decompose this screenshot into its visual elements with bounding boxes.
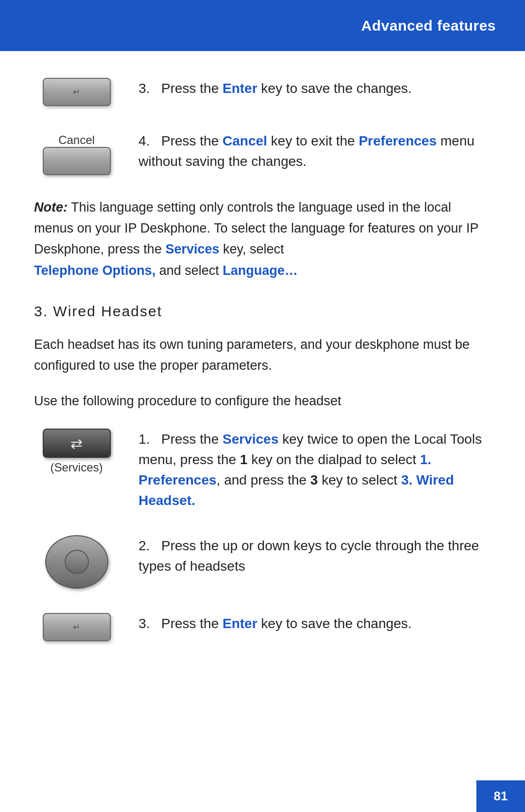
note-text3: and select	[156, 263, 223, 278]
step-row-services: ⇄ (Services) 1. Press the Services key t…	[34, 426, 491, 511]
note-language-link: Language…	[223, 263, 298, 278]
note-telephone-link: Telephone Options,	[34, 263, 156, 278]
page-content: ↵ 3. Press the Enter key to save the cha…	[0, 51, 525, 702]
body-paragraph-2: Use the following procedure to configure…	[34, 391, 491, 412]
step3-top-suffix: key to save the changes.	[257, 81, 412, 96]
step3-bottom-prefix: Press the	[161, 616, 223, 631]
step-row-enter-bottom: ↵ 3. Press the Enter key to save the cha…	[34, 611, 491, 641]
enter-key-icon-top: ↵	[73, 87, 80, 97]
step3-top-number: 3.	[139, 81, 150, 96]
step4-preferences: Preferences	[359, 133, 437, 148]
page-number: 81	[494, 789, 508, 804]
page-footer: 81	[476, 780, 525, 812]
cancel-key-button	[43, 147, 111, 175]
step3-top-text: 3. Press the Enter key to save the chang…	[139, 75, 491, 99]
services-key-button: ⇄	[43, 429, 111, 458]
services-key-icon: ⇄	[70, 435, 83, 452]
page-title: Advanced features	[361, 18, 496, 34]
step3-top-key: Enter	[223, 81, 258, 96]
step4-top-text: 4. Press the Cancel key to exit the Pref…	[139, 128, 491, 172]
header-bar: Advanced features	[0, 0, 525, 51]
note-text2: key, select	[219, 242, 284, 256]
step4-top-number: 4.	[139, 133, 150, 148]
step4-cancel-key: Cancel	[223, 133, 267, 148]
enter-key-icon-bottom: ↵	[73, 622, 80, 632]
step3-bottom-number: 3.	[139, 616, 150, 631]
nav-key-center	[65, 550, 89, 574]
step4-mid: key to exit the	[267, 133, 359, 148]
step2-text: 2. Press the up or down keys to cycle th…	[139, 533, 491, 577]
services-caption: (Services)	[50, 461, 103, 474]
step3-top-prefix: Press the	[161, 81, 223, 96]
enter-key-image-top: ↵	[34, 78, 119, 106]
step1-mid3: , and press the 3 key to select	[216, 472, 401, 487]
step1-number: 1.	[139, 432, 150, 447]
step3-bottom-text: 3. Press the Enter key to save the chang…	[139, 611, 491, 634]
nav-key-button	[45, 535, 108, 589]
note-block: Note: This language setting only control…	[34, 197, 491, 281]
step4-prefix: Press the	[161, 133, 223, 148]
enter-key-image-bottom: ↵	[34, 613, 119, 641]
step3-bottom-key: Enter	[223, 616, 258, 631]
enter-key-button-bottom: ↵	[43, 613, 111, 641]
section-heading: 3. Wired Headset	[34, 303, 491, 320]
step-row-cancel: Cancel 4. Press the Cancel key to exit t…	[34, 128, 491, 175]
step3-bottom-suffix: key to save the changes.	[257, 616, 412, 631]
step1-services-link: Services	[223, 432, 279, 447]
step-row-nav: 2. Press the up or down keys to cycle th…	[34, 533, 491, 589]
step2-number: 2.	[139, 538, 150, 553]
step-row-enter-top: ↵ 3. Press the Enter key to save the cha…	[34, 75, 491, 106]
step2-content: Press the up or down keys to cycle throu…	[139, 538, 479, 574]
enter-key-button-top: ↵	[43, 78, 111, 106]
cancel-caption: Cancel	[58, 133, 95, 147]
step1-prefix: Press the	[161, 432, 223, 447]
cancel-key-image: Cancel	[34, 130, 119, 175]
step1-text: 1. Press the Services key twice to open …	[139, 426, 491, 511]
note-bold: Note:	[34, 200, 68, 215]
body-paragraph-1: Each headset has its own tuning paramete…	[34, 334, 491, 376]
services-key-image: ⇄ (Services)	[34, 429, 119, 474]
nav-key-image	[34, 535, 119, 589]
note-services-link: Services	[165, 242, 219, 256]
